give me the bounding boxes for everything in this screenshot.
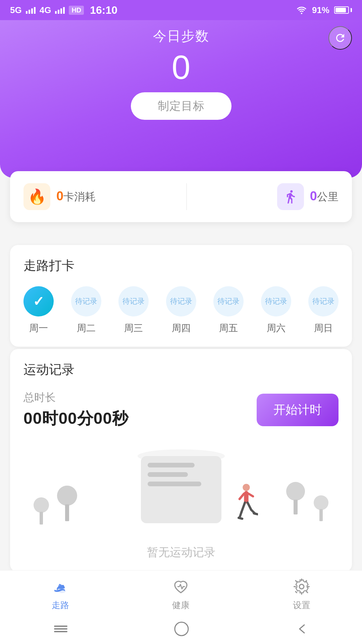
distance-info: 0公里: [310, 189, 339, 204]
exercise-info: 总时长 00时00分00秒: [23, 390, 128, 429]
svg-rect-13: [54, 626, 67, 627]
day-text-tuesday: 待记录: [75, 296, 97, 306]
svg-point-16: [175, 622, 188, 636]
svg-line-8: [239, 518, 242, 519]
day-thursday[interactable]: 待记录 周四: [166, 286, 196, 335]
tree-right: [286, 482, 305, 514]
nav-walk-icon: [50, 577, 70, 597]
doc-line-2: [148, 472, 188, 477]
distance-stat: 0公里: [277, 183, 339, 210]
weekdays-row: ✓ 周一 待记录 周二 待记录 周三 待记录 周四 待记: [23, 286, 339, 335]
nav-settings[interactable]: 设置: [292, 577, 312, 611]
fire-icon: 🔥: [28, 188, 46, 205]
battery-icon: [334, 6, 352, 14]
day-tuesday[interactable]: 待记录 周二: [71, 286, 101, 335]
checkin-title: 走路打卡: [23, 257, 339, 274]
doc-line-1: [148, 463, 195, 467]
exercise-card: 运动记录 总时长 00时00分00秒 开始计时: [10, 349, 352, 572]
status-right: 91%: [296, 5, 352, 15]
calories-stat: 🔥 0卡消耗: [23, 183, 96, 210]
svg-line-6: [248, 503, 251, 510]
day-friday[interactable]: 待记录 周五: [213, 286, 244, 335]
calories-info: 0卡消耗: [56, 189, 96, 204]
status-left: 5G 4G HD 16:10: [10, 4, 117, 16]
day-sunday[interactable]: 待记录 周日: [308, 286, 339, 335]
refresh-button[interactable]: [328, 26, 352, 50]
checkin-card: 走路打卡 ✓ 周一 待记录 周二 待记录 周三 待记录 周四: [10, 245, 352, 347]
svg-line-4: [241, 503, 245, 512]
bottom-nav: 走路 健康 设置: [0, 570, 362, 617]
menu-button[interactable]: [52, 624, 69, 634]
hd-badge: HD: [69, 6, 84, 15]
tree-far-left: [34, 497, 49, 525]
nav-health-label: 健康: [172, 599, 190, 611]
day-label-friday: 周五: [219, 322, 238, 335]
calories-unit: 卡消耗: [63, 191, 96, 203]
refresh-icon: [334, 32, 346, 44]
walking-person: [235, 483, 258, 525]
day-text-wednesday: 待记录: [122, 296, 145, 306]
day-text-friday: 待记录: [217, 296, 240, 306]
nav-health[interactable]: 健康: [171, 577, 191, 611]
wifi-icon: [296, 6, 307, 14]
stats-card: 🔥 0卡消耗 0公里: [10, 171, 352, 222]
check-icon-monday: ✓: [33, 294, 44, 309]
arc-decoration: [64, 111, 299, 178]
day-label-wednesday: 周三: [124, 322, 143, 335]
day-label-saturday: 周六: [267, 322, 286, 335]
nav-walk-label: 走路: [52, 599, 69, 611]
battery-percent: 91%: [312, 5, 329, 15]
tree-left: [57, 486, 77, 521]
time-display: 16:10: [90, 4, 117, 16]
day-text-thursday: 待记录: [170, 296, 192, 306]
network-4g: 4G: [40, 5, 51, 15]
empty-text: 暂无运动记录: [147, 545, 215, 560]
day-circle-tuesday: 待记录: [71, 286, 101, 316]
day-label-tuesday: 周二: [77, 322, 96, 335]
svg-line-2: [240, 494, 244, 499]
tree-far-right: [314, 495, 328, 521]
exercise-title: 运动记录: [23, 361, 339, 378]
steps-count: 0: [172, 49, 191, 86]
system-nav-bar: [0, 617, 362, 644]
day-label-thursday: 周四: [172, 322, 191, 335]
svg-point-12: [299, 584, 304, 589]
status-bar: 5G 4G HD 16:10 91%: [0, 0, 362, 20]
svg-line-9: [254, 513, 258, 514]
day-text-saturday: 待记录: [265, 296, 287, 306]
signal-bars: [26, 6, 36, 14]
nav-walk[interactable]: 走路: [50, 577, 70, 611]
svg-line-3: [249, 494, 253, 496]
day-circle-wednesday: 待记录: [118, 286, 149, 316]
home-button[interactable]: [174, 621, 189, 637]
start-timer-button[interactable]: 开始计时: [257, 394, 339, 426]
hero-section: 今日步数 0 制定目标: [0, 0, 362, 178]
day-wednesday[interactable]: 待记录 周三: [118, 286, 149, 335]
nav-health-icon: [171, 577, 191, 597]
svg-rect-15: [54, 631, 67, 632]
distance-unit: 公里: [317, 191, 339, 203]
svg-point-0: [243, 484, 250, 491]
back-button[interactable]: [294, 622, 310, 636]
total-time-label: 总时长: [23, 390, 128, 405]
signal-bars-2: [55, 6, 65, 14]
day-circle-monday: ✓: [23, 286, 54, 316]
doc-line-3: [148, 482, 201, 486]
day-saturday[interactable]: 待记录 周六: [261, 286, 291, 335]
total-time-value: 00时00分00秒: [23, 408, 128, 429]
walk-icon: [283, 189, 298, 204]
svg-rect-14: [54, 628, 67, 630]
stat-divider: [186, 183, 187, 210]
day-monday[interactable]: ✓ 周一: [23, 286, 54, 335]
network-5g: 5G: [10, 5, 22, 15]
day-circle-thursday: 待记录: [166, 286, 196, 316]
fire-icon-container: 🔥: [23, 183, 50, 210]
day-label-sunday: 周日: [314, 322, 333, 335]
day-circle-friday: 待记录: [213, 286, 244, 316]
walk-icon-container: [277, 183, 304, 210]
empty-state: 暂无运动记录: [23, 446, 339, 560]
nav-settings-icon: [292, 577, 312, 597]
day-label-monday: 周一: [29, 322, 48, 335]
nav-settings-label: 设置: [293, 599, 310, 611]
document-card: [141, 456, 221, 523]
